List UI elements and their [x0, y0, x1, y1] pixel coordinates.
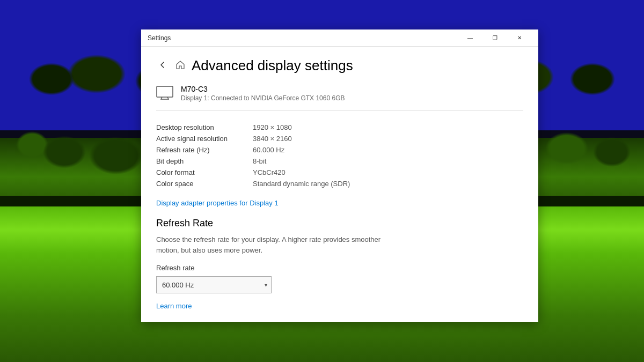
monitor-section: M70-C3 Display 1: Connected to NVIDIA Ge… [156, 85, 523, 111]
close-button[interactable]: ✕ [507, 29, 532, 47]
info-value: 60.000 Hz [253, 146, 284, 154]
info-value: YCbCr420 [253, 168, 286, 176]
info-row: Color format YCbCr420 [156, 167, 523, 178]
info-label: Refresh rate (Hz) [156, 146, 253, 154]
info-row: Color space Standard dynamic range (SDR) [156, 178, 523, 189]
title-bar: Settings — ❐ ✕ [141, 29, 538, 47]
monitor-name: M70-C3 [181, 85, 345, 93]
info-label: Bit depth [156, 157, 253, 165]
page-title: Advanced display settings [192, 57, 353, 74]
info-row: Active signal resolution 3840 × 2160 [156, 133, 523, 144]
back-button[interactable] [156, 58, 169, 73]
info-label: Desktop resolution [156, 123, 253, 131]
info-label: Color format [156, 168, 253, 176]
content-area: Advanced display settings M70-C3 Display… [141, 47, 538, 322]
restore-button[interactable]: ❐ [482, 29, 507, 47]
learn-more-link[interactable]: Learn more [156, 302, 192, 310]
svg-rect-0 [157, 86, 173, 97]
refresh-rate-description: Choose the refresh rate for your display… [156, 234, 382, 255]
title-bar-left: Settings [148, 34, 171, 42]
page-header: Advanced display settings [156, 57, 523, 74]
info-label: Active signal resolution [156, 135, 253, 143]
refresh-rate-section: Refresh Rate Choose the refresh rate for… [156, 218, 523, 321]
refresh-rate-dropdown-wrapper: 60.000 Hz ▾ [156, 276, 272, 293]
display-info-table: Desktop resolution 1920 × 1080 Active si… [156, 122, 523, 189]
monitor-icon [156, 86, 173, 100]
info-value: 8-bit [253, 157, 266, 165]
info-row: Desktop resolution 1920 × 1080 [156, 122, 523, 133]
settings-window: Settings — ❐ ✕ Advanced display settings [141, 29, 538, 322]
adapter-properties-link[interactable]: Display adapter properties for Display 1 [156, 199, 279, 207]
info-label: Color space [156, 180, 253, 188]
refresh-rate-field-label: Refresh rate [156, 264, 523, 272]
home-svg-icon [175, 60, 185, 70]
home-icon[interactable] [175, 60, 185, 72]
info-value: 1920 × 1080 [253, 123, 292, 131]
settings-title: Settings [148, 34, 171, 42]
minimize-button[interactable]: — [458, 29, 482, 47]
info-row: Refresh rate (Hz) 60.000 Hz [156, 144, 523, 156]
info-row: Bit depth 8-bit [156, 156, 523, 167]
monitor-info: M70-C3 Display 1: Connected to NVIDIA Ge… [181, 85, 345, 102]
refresh-rate-title: Refresh Rate [156, 218, 523, 229]
info-value: 3840 × 2160 [253, 135, 292, 143]
info-value: Standard dynamic range (SDR) [253, 180, 350, 188]
monitor-description: Display 1: Connected to NVIDIA GeForce G… [181, 94, 345, 102]
back-arrow-icon [158, 61, 167, 69]
title-bar-controls: — ❐ ✕ [458, 29, 532, 47]
refresh-rate-dropdown[interactable]: 60.000 Hz [156, 276, 272, 293]
